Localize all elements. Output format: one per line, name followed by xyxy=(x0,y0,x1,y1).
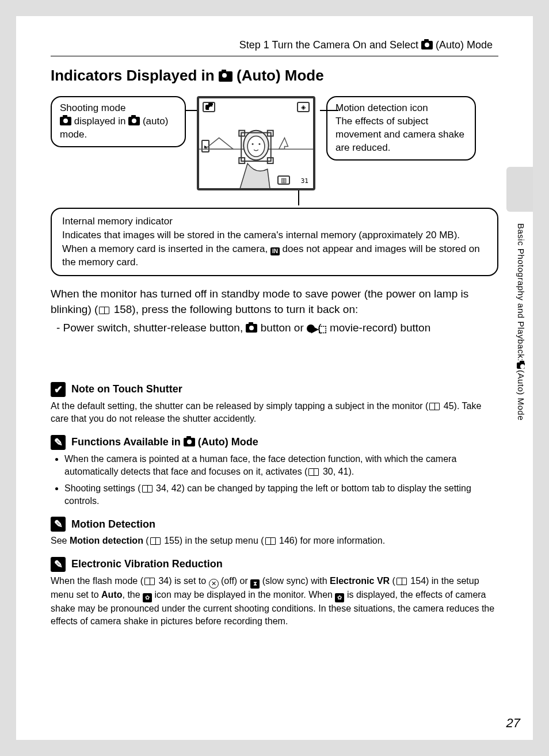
camera-icon xyxy=(219,71,232,82)
text: Functions Available in xyxy=(71,436,184,448)
text: At the default setting, the shutter can … xyxy=(51,401,428,411)
svg-point-9 xyxy=(258,143,260,145)
book-ref-icon xyxy=(99,307,109,314)
bold-term: Motion detection xyxy=(70,536,143,545)
text: ( xyxy=(390,576,395,586)
text: 158), press the following buttons to tur… xyxy=(110,303,358,315)
note-title: Motion Detection xyxy=(71,518,155,530)
camera-icon xyxy=(205,105,212,110)
svg-point-2 xyxy=(247,136,265,157)
note-heading: ✎ Functions Available in (Auto) Mode xyxy=(51,435,498,450)
text: icon may be displayed in the monitor. Wh… xyxy=(152,590,335,600)
note-heading: ✎ Motion Detection xyxy=(51,517,498,532)
note-motion-detection: ✎ Motion Detection See Motion detection … xyxy=(51,517,498,547)
info-icon: ✎ xyxy=(51,435,66,450)
callout-title: Shooting mode xyxy=(60,102,177,115)
lcd-preview: ◈ ▸ ▥ 31 xyxy=(193,96,319,190)
slow-sync-icon: ⧗ xyxy=(250,579,260,589)
internal-memory-icon: IN xyxy=(270,247,280,255)
note-functions-available: ✎ Functions Available in (Auto) Mode Whe… xyxy=(51,435,498,508)
chapter-label: Basic Photography and Playback: (Auto) M… xyxy=(514,223,527,471)
callout-title: Internal memory indicator xyxy=(62,215,487,228)
text: (slow sync) with xyxy=(260,576,330,586)
info-icon: ✎ xyxy=(51,517,66,532)
check-icon: ✔ xyxy=(51,382,66,397)
page-title: Indicators Displayed in (Auto) Mode xyxy=(51,67,498,85)
note-heading: ✎ Electronic Vibration Reduction xyxy=(51,557,498,572)
note-title: Functions Available in (Auto) Mode xyxy=(71,436,258,448)
book-ref-icon xyxy=(429,403,440,410)
camera-icon xyxy=(246,324,257,333)
divider xyxy=(51,56,498,56)
text: 34) is set to xyxy=(156,576,209,586)
book-ref-icon xyxy=(308,468,319,476)
text: When the flash mode ( xyxy=(51,576,143,586)
text: Shooting settings ( xyxy=(64,483,141,493)
note-body: At the default setting, the shutter can … xyxy=(51,400,498,426)
book-ref-icon xyxy=(396,578,407,585)
connector-line xyxy=(298,190,299,205)
connector-area xyxy=(51,198,498,208)
text: 146) for more information. xyxy=(277,536,386,545)
lcd-screen: ◈ ▸ ▥ 31 xyxy=(197,96,315,190)
callout-body-2: When a memory card is inserted in the ca… xyxy=(62,242,487,270)
book-ref-icon xyxy=(150,537,161,545)
text: displayed in xyxy=(71,116,128,127)
text: button or xyxy=(257,322,307,334)
text: movie-record) button xyxy=(327,322,431,334)
book-ref-icon xyxy=(142,485,152,492)
breadcrumb-suffix: (Auto) Mode xyxy=(433,39,493,51)
vr-icon: ✿ xyxy=(143,593,152,602)
text: - Power switch, shutter-release button, xyxy=(56,322,246,334)
note-body: When the camera is pointed at a human fa… xyxy=(51,453,498,508)
diagram-row: Shooting mode displayed in (auto) mode. … xyxy=(51,96,498,190)
flash-off-icon: ✕ xyxy=(209,579,219,589)
callout-body: The effects of subject movement and came… xyxy=(336,115,467,155)
chapter-tab xyxy=(506,167,533,212)
note-body: When the flash mode ( 34) is set to ✕ (o… xyxy=(51,575,498,628)
title-suffix: (Auto) Mode xyxy=(232,67,324,84)
page-number: 27 xyxy=(506,716,520,731)
list-item: When the camera is pointed at a human fa… xyxy=(64,453,498,479)
note-title: Electronic Vibration Reduction xyxy=(71,558,223,570)
callout-body-1: Indicates that images will be stored in … xyxy=(62,228,487,242)
book-ref-icon xyxy=(144,578,155,585)
bold-term: Electronic VR xyxy=(330,576,390,586)
text: Basic Photography and Playback: xyxy=(516,223,526,361)
lcd-illustration xyxy=(199,112,313,190)
note-touch-shutter: ✔ Note on Touch Shutter At the default s… xyxy=(51,382,498,426)
note-title: Note on Touch Shutter xyxy=(71,383,182,395)
camera-icon xyxy=(517,362,525,369)
breadcrumb: Step 1 Turn the Camera On and Select (Au… xyxy=(51,39,498,51)
text: 155) in the setup menu ( xyxy=(162,536,264,545)
movie-record-icon: ▶⬚ xyxy=(322,323,327,335)
svg-point-8 xyxy=(252,143,254,145)
text: , the xyxy=(122,590,143,600)
breadcrumb-prefix: Step 1 Turn the Camera On and Select xyxy=(239,39,421,51)
bold-term: Auto xyxy=(101,590,122,600)
list-item: Shooting settings ( 34, 42) can be chang… xyxy=(64,482,498,508)
standby-paragraph: When the monitor has turned off in stand… xyxy=(51,287,498,317)
camera-icon xyxy=(421,41,433,49)
camera-icon xyxy=(128,117,140,125)
note-electronic-vr: ✎ Electronic Vibration Reduction When th… xyxy=(51,557,498,628)
note-heading: ✔ Note on Touch Shutter xyxy=(51,382,498,397)
lcd-camera-icon xyxy=(203,102,215,112)
manual-page: Step 1 Turn the Camera On and Select (Au… xyxy=(16,16,533,740)
lcd-motion-icon: ◈ xyxy=(297,102,310,112)
info-icon: ✎ xyxy=(51,557,66,572)
callout-internal-memory: Internal memory indicator Indicates that… xyxy=(51,208,498,276)
text: See xyxy=(51,536,70,545)
text: 30, 41). xyxy=(320,467,354,476)
callout-shooting-mode: Shooting mode displayed in (auto) mode. xyxy=(51,96,186,147)
text: ( xyxy=(143,536,149,545)
camera-icon xyxy=(60,117,71,125)
text: (Auto) Mode xyxy=(516,370,526,421)
text: When the camera is pointed at a human fa… xyxy=(64,454,456,476)
connector-line xyxy=(320,110,338,111)
text: When a memory card is inserted in the ca… xyxy=(62,243,270,254)
callout-motion-detection: Motion detection icon The effects of sub… xyxy=(326,96,476,161)
callout-title: Motion detection icon xyxy=(336,102,467,115)
standby-list-item: - Power switch, shutter-release button, … xyxy=(51,320,498,336)
note-body: See Motion detection ( 155) in the setup… xyxy=(51,534,498,547)
